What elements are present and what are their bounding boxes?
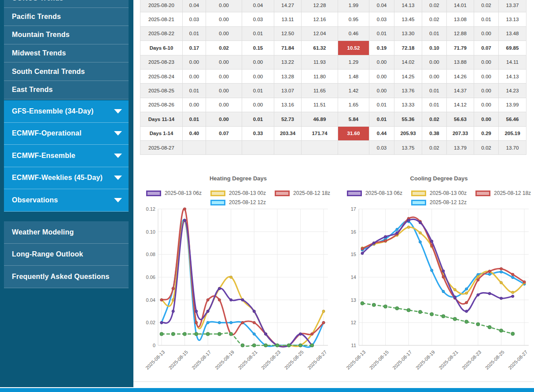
cell: 0.00 [242, 69, 274, 83]
data-point [253, 310, 255, 313]
cell: 13.99 [499, 98, 527, 112]
row-label: Days 1-14 [140, 126, 183, 140]
cell: 69.85 [499, 41, 527, 55]
data-point [419, 241, 421, 243]
svg-text:0.02: 0.02 [146, 320, 155, 325]
table-row: 2025-08-270.0313.750.0213.790.0213.70 [140, 140, 527, 154]
content-divider [133, 381, 534, 382]
chart-cooling-degree-days: Cooling Degree Days2025-08-13 06z2025-08… [344, 175, 534, 373]
cell: 0.00 [206, 55, 242, 69]
row-label: 2025-08-23 [140, 55, 183, 69]
cell: 0.01 [183, 84, 206, 98]
cell: 0.00 [206, 98, 242, 112]
chevron-down-icon [114, 109, 122, 114]
svg-text:0.10: 0.10 [146, 229, 155, 234]
sidebar-item-east-trends[interactable]: East Trends [4, 81, 129, 99]
data-point [477, 293, 479, 296]
legend-item-2025-08-13-00z[interactable]: 2025-08-13 00z [210, 190, 266, 196]
legend-item-2025-08-12-18z[interactable]: 2025-08-12 18z [275, 190, 330, 196]
svg-text:0: 0 [153, 343, 155, 348]
cell: 0.01 [183, 112, 206, 126]
cell: 1.65 [338, 98, 369, 112]
cell: 0.95 [338, 12, 369, 26]
svg-text:12: 12 [351, 320, 356, 325]
sidebar-item-long-range-outlook[interactable]: Long-Range Outlook [4, 244, 129, 266]
cell: 0.00 [206, 0, 242, 12]
charts-row: Heating Degree Days2025-08-13 06z2025-08… [143, 175, 534, 373]
sidebar-item-weather-modeling[interactable]: Weather Modeling [4, 221, 129, 244]
cell: 1.29 [338, 55, 369, 69]
cell: 0.00 [183, 98, 206, 112]
cell: 0.00 [474, 112, 499, 126]
sidebar-item-south-central-trends[interactable]: South Central Trends [4, 62, 129, 81]
cell: 0.00 [474, 69, 499, 83]
cell: 0.04 [183, 0, 206, 12]
cell: 10.52 [338, 41, 369, 55]
sidebar-item-ecmwf-operational[interactable]: ECMWF-Operational [4, 123, 129, 145]
sidebar-item-label: ECMWF-Weeklies (45-Day) [12, 174, 103, 182]
cell: 0.40 [183, 126, 206, 140]
cell: 0.15 [242, 41, 274, 55]
cell: 0.02 [474, 0, 499, 12]
series-line-2025-08-12-18z [162, 209, 324, 347]
sidebar-item-frequently-asked-questions[interactable]: Frequently Asked Questions [4, 266, 129, 288]
legend-swatch [146, 191, 161, 196]
sidebar-item-ecmwf-weeklies-45-day[interactable]: ECMWF-Weeklies (45-Day) [4, 167, 129, 190]
data-point [287, 344, 291, 347]
data-point [361, 247, 364, 250]
svg-text:2025-08-23: 2025-08-23 [461, 349, 482, 370]
sidebar-item-label: Observations [12, 196, 58, 204]
legend-item-2025-08-13-06z[interactable]: 2025-08-13 06z [347, 190, 402, 196]
sidebar-item-ecmwf-ensemble[interactable]: ECMWF-Ensemble [4, 145, 129, 167]
sidebar-item-observations[interactable]: Observations [4, 189, 129, 212]
data-point [265, 333, 267, 335]
data-point [229, 332, 233, 336]
svg-text:2025-08-19: 2025-08-19 [214, 349, 235, 370]
legend-item-2025-08-12-18z[interactable]: 2025-08-12 18z [475, 190, 531, 196]
cell: 13.37 [499, 0, 527, 12]
svg-text:13: 13 [351, 297, 356, 303]
legend-label: 2025-08-12 18z [494, 190, 531, 196]
cell: 14.13 [394, 0, 422, 12]
data-point [241, 344, 244, 347]
legend-item-2025-08-13-06z[interactable]: 2025-08-13 06z [146, 190, 202, 196]
cell: 0.01 [183, 26, 206, 40]
legend-item-2025-08-12-12z[interactable]: 2025-08-12 12z [411, 199, 467, 205]
data-point [276, 344, 279, 347]
sidebar-item-gfs-ensemble-34-day[interactable]: GFS-Ensemble (34-Day) [4, 100, 129, 123]
legend-item-2025-08-12-12z[interactable]: 2025-08-12 12z [210, 199, 266, 205]
sidebar-item-label: CONUS Trends [12, 0, 63, 2]
cell: 11.93 [302, 55, 338, 69]
legend-item-2025-08-13-00z[interactable]: 2025-08-13 00z [411, 190, 467, 196]
chevron-down-icon [114, 198, 122, 202]
svg-text:2025-08-15: 2025-08-15 [368, 349, 390, 370]
sidebar-item-conus-trends[interactable]: CONUS Trends [4, 0, 129, 8]
cell: 0.00 [474, 55, 499, 69]
data-point [465, 301, 468, 304]
cell: 14.01 [447, 0, 474, 12]
data-point [218, 287, 221, 290]
svg-text:15: 15 [351, 252, 356, 257]
data-point [442, 290, 445, 293]
data-point [488, 273, 491, 275]
svg-text:14: 14 [351, 275, 356, 280]
data-point [361, 252, 364, 255]
data-point [218, 299, 221, 301]
cell: 0.00 [183, 69, 206, 83]
data-point [465, 320, 468, 323]
sidebar-item-mountain-trends[interactable]: Mountain Trends [4, 26, 129, 44]
cell: 0.00 [206, 12, 242, 26]
sidebar-item-pacific-trends[interactable]: Pacific Trends [4, 8, 129, 26]
cell: 11.51 [302, 98, 338, 112]
sidebar-item-midwest-trends[interactable]: Midwest Trends [4, 44, 129, 63]
data-point [230, 299, 232, 301]
svg-text:2025-08-21: 2025-08-21 [438, 349, 459, 370]
data-point [299, 333, 302, 335]
cell: 0.33 [242, 126, 274, 140]
cell: 0.29 [474, 126, 499, 140]
legend-swatch [275, 191, 290, 196]
cell: 0.01 [242, 26, 274, 40]
cell: 0.00 [422, 69, 447, 83]
cell: 0.01 [369, 26, 394, 40]
data-point [171, 332, 175, 336]
